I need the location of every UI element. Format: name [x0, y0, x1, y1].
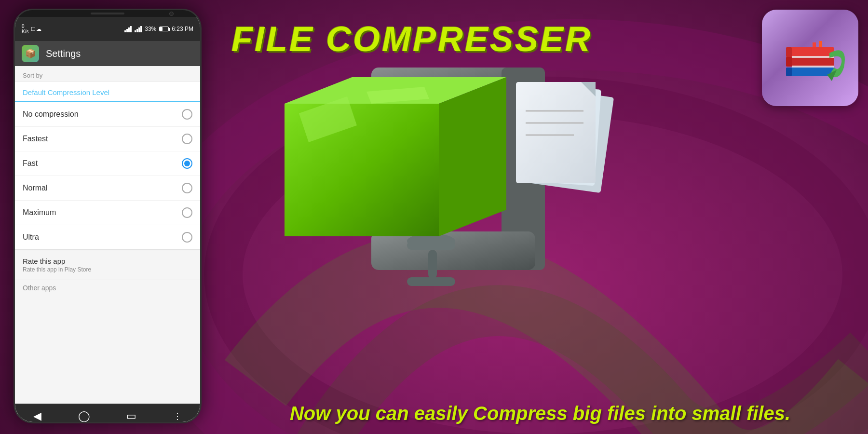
svg-rect-9	[792, 56, 834, 58]
svg-marker-23	[439, 77, 506, 236]
app-title: File Compresser	[231, 19, 592, 59]
nav-bar: ◀ ◯ ▭ ⋮	[15, 404, 200, 423]
time-display: 6:23 PM	[172, 26, 193, 32]
option-fast-label: Fast	[23, 159, 38, 168]
status-left: 0K/s ☐ ☁	[22, 24, 41, 34]
phone-camera	[169, 12, 174, 16]
svg-rect-18	[407, 241, 455, 250]
svg-rect-4	[786, 68, 792, 76]
radio-fast[interactable]	[182, 158, 192, 169]
svg-rect-8	[786, 47, 792, 57]
svg-rect-6	[786, 57, 792, 67]
option-fastest[interactable]: Fastest	[15, 127, 200, 151]
svg-rect-10	[792, 66, 834, 68]
signal-bar-1	[124, 26, 132, 32]
svg-rect-3	[786, 68, 834, 76]
svg-rect-5	[786, 57, 834, 67]
notification-icon: ☐	[31, 26, 36, 32]
app-icon-small: 📦	[22, 45, 39, 62]
compression-header: Default Compression Level	[15, 81, 200, 102]
option-normal-label: Normal	[23, 184, 48, 192]
other-apps-label: Other apps	[15, 280, 200, 296]
rate-app-title: Rate this app	[23, 257, 192, 265]
status-bar: 0K/s ☐ ☁ 33%	[15, 17, 200, 41]
rate-app-subtitle: Rate this app in Play Store	[23, 266, 192, 273]
back-button[interactable]: ◀	[33, 410, 41, 422]
status-right: 33% 6:23 PM	[124, 26, 193, 32]
cloud-icon: ☁	[36, 26, 41, 32]
option-maximum[interactable]: Maximum	[15, 201, 200, 225]
compressor-illustration	[212, 29, 637, 328]
signal-bar-2	[135, 26, 142, 32]
phone-screen: 0K/s ☐ ☁ 33%	[15, 17, 200, 423]
option-ultra[interactable]: Ultra	[15, 225, 200, 249]
radio-maximum[interactable]	[182, 207, 192, 218]
home-button[interactable]: ◯	[78, 410, 90, 422]
battery-fill	[160, 27, 163, 31]
battery-percent: 33%	[145, 26, 156, 32]
recents-button[interactable]: ▭	[126, 410, 136, 422]
battery-icon	[159, 27, 169, 31]
compression-section: Default Compression Level No compression…	[15, 81, 200, 250]
action-bar-title: Settings	[46, 48, 81, 59]
phone-speaker	[91, 13, 124, 14]
app-icon-svg	[767, 14, 854, 101]
option-no-compression-label: No compression	[23, 110, 79, 119]
option-fastest-label: Fastest	[23, 135, 48, 143]
rate-app-section[interactable]: Rate this app Rate this app in Play Stor…	[15, 250, 200, 280]
radio-no-compression[interactable]	[182, 109, 192, 120]
option-ultra-label: Ultra	[23, 233, 39, 242]
svg-rect-19	[428, 250, 437, 279]
svg-rect-28	[516, 82, 596, 183]
radio-normal[interactable]	[182, 183, 192, 193]
option-normal[interactable]: Normal	[15, 176, 200, 201]
settings-scroll: Sort by Default Compression Level No com…	[15, 66, 200, 423]
menu-button[interactable]: ⋮	[173, 411, 182, 421]
svg-rect-14	[371, 231, 535, 270]
option-fast[interactable]: Fast	[15, 151, 200, 176]
option-no-compression[interactable]: No compression	[15, 102, 200, 127]
action-bar: 📦 Settings	[15, 41, 200, 66]
data-icon: 0K/s	[22, 24, 28, 34]
svg-rect-20	[407, 277, 455, 286]
radio-ultra[interactable]	[182, 232, 192, 243]
app-icon-container	[762, 10, 858, 106]
phone-mockup: 0K/s ☐ ☁ 33%	[14, 9, 202, 423]
svg-rect-7	[786, 47, 834, 57]
option-maximum-label: Maximum	[23, 208, 56, 217]
phone-top	[15, 10, 200, 17]
radio-fastest[interactable]	[182, 134, 192, 144]
promo-area: File Compresser	[212, 0, 868, 434]
tagline: Now you can easily Compress big files in…	[222, 403, 858, 424]
sort-by-label: Sort by	[15, 66, 200, 81]
